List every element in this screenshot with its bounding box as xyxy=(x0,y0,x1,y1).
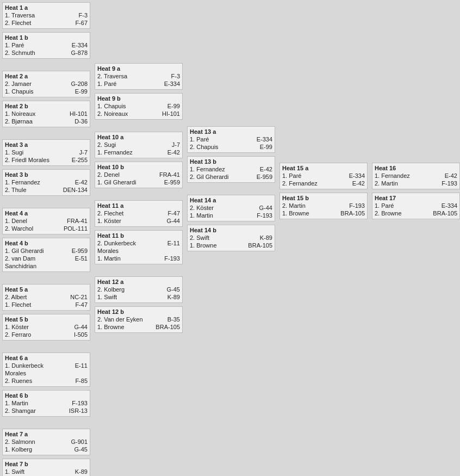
heat-row: 2. BrowneBRA-105 xyxy=(375,209,457,217)
competitor-score: HI-101 xyxy=(60,110,88,118)
competitor-score xyxy=(153,247,180,255)
competitor-score: I-505 xyxy=(60,331,88,338)
competitor-name: 1. Browne xyxy=(97,323,153,331)
competitor-score: E-334 xyxy=(430,202,457,209)
competitor-score: G-44 xyxy=(153,217,180,225)
heat-title: Heat 17 xyxy=(375,195,457,201)
heat-row: 1. DunkerbeckE-11 xyxy=(5,362,88,369)
competitor-name: 2. Friedl Morales xyxy=(5,156,60,164)
competitor-score: BRA-105 xyxy=(153,323,180,331)
competitor-name: 2. Martin xyxy=(282,202,338,209)
spacer xyxy=(187,186,275,191)
heat-row: 1. ParéE-334 xyxy=(282,172,365,180)
heat-box: Heat 3 a1. SugiJ-72. Friedl MoralesE-255 xyxy=(2,139,90,166)
heat-title: Heat 4 a xyxy=(5,210,88,217)
competitor-name: 1. Swift xyxy=(97,293,153,301)
competitor-name: 2. Salmonn xyxy=(5,438,60,446)
heat-row: 1. ParéE-334 xyxy=(5,41,88,49)
competitor-score: BRA-105 xyxy=(430,209,457,217)
column-col1: Heat 1 a1. TraversaF-32. FlechetF-67Heat… xyxy=(2,2,90,476)
competitor-name: Morales xyxy=(97,247,153,255)
heat-box: Heat 14 a2. KösterG-441. MartinF-193 xyxy=(187,195,275,221)
column-col2: Heat 9 a2. TraversaF-31. ParéE-334Heat 9… xyxy=(95,63,183,333)
competitor-name: 1. Swift xyxy=(5,468,60,475)
competitor-name: 1. Paré xyxy=(97,80,153,88)
competitor-score: F-193 xyxy=(153,255,180,262)
heat-title: Heat 12 a xyxy=(97,279,180,285)
competitor-name: 2. Schmuth xyxy=(5,49,60,57)
competitor-name: 2. Flechet xyxy=(5,19,60,27)
heat-box: Heat 14 b2. SwiftK-891. BrowneBRA-105 xyxy=(187,225,275,251)
competitor-score: E-42 xyxy=(153,149,180,156)
competitor-name: 1. Paré xyxy=(282,172,338,180)
heat-row: 1. MartinF-193 xyxy=(97,255,180,262)
heat-row: 2. FerraroI-505 xyxy=(5,331,88,338)
competitor-score: F-193 xyxy=(245,212,272,219)
heat-row: 2. JamaerG-208 xyxy=(5,80,88,88)
heat-row: 2. FlechetF-67 xyxy=(5,19,88,27)
column-col4: Heat 15 a1. ParéE-3342. FernandezE-42Hea… xyxy=(279,163,368,219)
heat-row: 1. BrowneBRA-105 xyxy=(97,323,180,331)
competitor-score: J-7 xyxy=(60,149,88,156)
competitor-score: F-47 xyxy=(153,209,180,217)
competitor-score: FRA-41 xyxy=(60,217,88,225)
competitor-name: 2. Bjørnaa xyxy=(5,118,60,125)
heat-row: 2. KolbergG-45 xyxy=(97,286,180,293)
competitor-score: E-51 xyxy=(60,255,88,262)
heat-box: Heat 13 a1. ParéE-3342. ChapuisE-99 xyxy=(187,126,275,153)
heat-title: Heat 10 b xyxy=(97,164,180,170)
competitor-score: F-193 xyxy=(338,202,365,209)
heat-box: Heat 15 b2. MartinF-1931. BrowneBRA-105 xyxy=(279,193,368,219)
heat-box: Heat 2 b1. NoireauxHI-1012. BjørnaaD-36 xyxy=(2,101,90,127)
heat-row: 2. RuenesF-85 xyxy=(5,377,88,385)
heat-box: Heat 7 a2. SalmonnG-9011. KolbergG-45 xyxy=(2,429,90,455)
competitor-name: 2. Swift xyxy=(190,234,245,242)
competitor-name: 1. Flechet xyxy=(5,301,60,308)
bracket-container: Heat 1 a1. TraversaF-32. FlechetF-67Heat… xyxy=(0,0,460,476)
competitor-name: 1. Fernandez xyxy=(190,165,245,173)
competitor-score: J-7 xyxy=(153,141,180,149)
heat-row: 1. KolbergG-45 xyxy=(5,446,88,453)
heat-row: 2. van DamE-51 xyxy=(5,255,88,262)
heat-row: 2. Gil GherardiE-959 xyxy=(190,173,272,181)
heat-row: 1. SwiftK-89 xyxy=(97,293,180,301)
column-col5: Heat 161. FernandezE-422. MartinF-193Hea… xyxy=(372,163,460,219)
spacer xyxy=(2,420,90,425)
heat-title: Heat 7 b xyxy=(5,461,88,467)
heat-title: Heat 2 b xyxy=(5,103,88,109)
competitor-score: E-334 xyxy=(60,41,88,49)
competitor-name: 2. Gil Gherardi xyxy=(190,173,245,181)
competitor-score: E-42 xyxy=(60,178,88,186)
competitor-name: 2. Browne xyxy=(375,209,430,217)
competitor-score: NC-21 xyxy=(60,293,88,301)
heat-row: 2. SalmonnG-901 xyxy=(5,438,88,446)
competitor-score xyxy=(60,369,88,377)
heat-row: 2. ShamgarISR-13 xyxy=(5,407,88,415)
heat-row: 1. ParéE-334 xyxy=(375,202,457,209)
competitor-score: E-99 xyxy=(153,102,180,110)
competitor-score: K-89 xyxy=(60,468,88,475)
competitor-name: 1. Köster xyxy=(97,217,153,225)
competitor-name: 2. Noireaux xyxy=(97,110,153,118)
competitor-name: 2. Warchol xyxy=(5,225,60,232)
competitor-score: POL-111 xyxy=(60,225,88,232)
competitor-name: 1. Chapuis xyxy=(5,88,60,95)
competitor-name: 1. Gil Gherardi xyxy=(97,178,153,186)
competitor-score: BRA-105 xyxy=(245,242,272,249)
competitor-name: 2. Albert xyxy=(5,293,60,301)
heat-box: Heat 3 b1. FernandezE-422. ThuleDEN-134 xyxy=(2,169,90,196)
heat-row: 2. WarcholPOL-111 xyxy=(5,225,88,232)
competitor-score: E-334 xyxy=(153,80,180,88)
heat-title: Heat 3 a xyxy=(5,141,88,148)
heat-box: Heat 1 a1. TraversaF-32. FlechetF-67 xyxy=(2,2,90,29)
competitor-name: 1. Köster xyxy=(5,323,60,331)
competitor-score: F-67 xyxy=(60,19,88,27)
heat-row: 2. MartinF-193 xyxy=(375,180,457,187)
competitor-score: E-11 xyxy=(60,362,88,369)
competitor-score: G-208 xyxy=(60,80,88,88)
competitor-score: E-42 xyxy=(338,180,365,187)
competitor-score: G-45 xyxy=(153,286,180,293)
spacer xyxy=(95,123,183,128)
heat-title: Heat 13 b xyxy=(190,158,272,165)
competitor-score: E-99 xyxy=(60,88,88,95)
